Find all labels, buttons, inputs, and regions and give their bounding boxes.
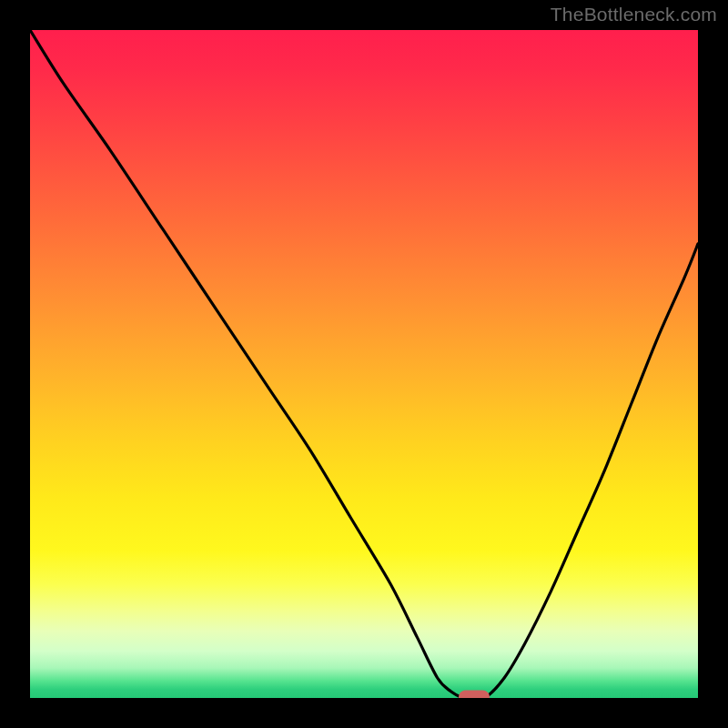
curve-path [30,30,698,698]
watermark-text: TheBottleneck.com [551,4,717,25]
optimal-marker [459,691,490,699]
bottleneck-curve [30,30,698,698]
chart-frame: TheBottleneck.com [0,0,728,728]
plot-area [30,30,698,698]
